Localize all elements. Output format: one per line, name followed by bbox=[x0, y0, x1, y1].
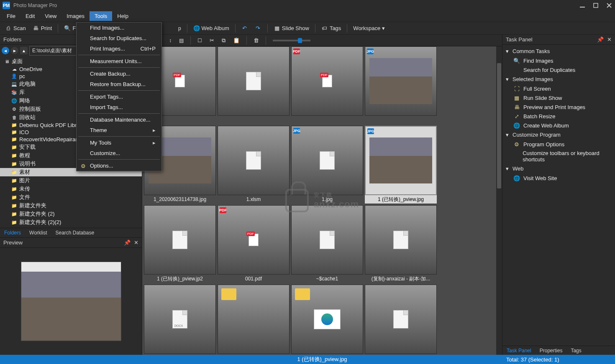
delete-button[interactable]: 🗑 bbox=[251, 36, 261, 44]
right-tab[interactable]: Task Panel bbox=[502, 346, 536, 355]
thumbnail[interactable]: DOCX(复制)-anxaizai - 副本-加... bbox=[144, 285, 216, 355]
menu-item[interactable]: Create Backup... bbox=[77, 69, 161, 79]
folder-icon: 📁 bbox=[11, 194, 18, 200]
thumbnail[interactable]: (复制)-anxaizai - 副本-加... bbox=[365, 205, 437, 283]
folder-icon: 📁 bbox=[11, 122, 18, 128]
tree-node[interactable]: 📁图片 bbox=[0, 176, 142, 185]
left-tab[interactable]: Folders bbox=[0, 228, 25, 237]
maximize-button[interactable] bbox=[592, 2, 599, 9]
thumbnail-grid: PDFPDFPDFPDFJPGJPG1_20200623114738.jpg1.… bbox=[142, 46, 502, 355]
thumbnail[interactable]: PDFPDF001.pdf bbox=[218, 205, 290, 283]
right-tab[interactable]: Properties bbox=[536, 346, 567, 355]
task-item[interactable]: 🌐Create Web Album bbox=[502, 121, 615, 130]
tags-button[interactable]: 🏷Tags bbox=[319, 24, 343, 33]
menu-item[interactable]: Export Tags... bbox=[77, 92, 161, 102]
tree-node[interactable]: 📁新建文件夹 (2) bbox=[0, 210, 142, 218]
left-tab[interactable]: Worklist bbox=[25, 228, 51, 237]
grid-scrollbar[interactable] bbox=[496, 46, 502, 355]
slideshow-button[interactable]: ▦Slide Show bbox=[271, 24, 312, 33]
nav-up-button[interactable]: ▲ bbox=[20, 47, 28, 54]
close-icon[interactable]: ✕ bbox=[607, 36, 612, 43]
thumbnail[interactable]: PDFPDF bbox=[291, 46, 363, 124]
paste-button[interactable]: 📋 bbox=[231, 36, 242, 44]
nav-fwd-button[interactable]: ► bbox=[11, 47, 18, 54]
task-group-header[interactable]: ▾Selected Images bbox=[502, 74, 615, 84]
nav-back-button[interactable]: ◄ bbox=[2, 47, 9, 54]
thumbnail[interactable] bbox=[218, 46, 290, 124]
thumbnail[interactable]: ANXAIZAI_013.PDF bbox=[365, 285, 437, 355]
folder-icon: 📁 bbox=[11, 153, 18, 158]
thumbnail-label bbox=[365, 116, 437, 124]
task-item[interactable]: ⚙Program Options bbox=[502, 140, 615, 149]
partial-button[interactable]: p bbox=[176, 25, 184, 32]
menu-edit[interactable]: Edit bbox=[20, 11, 40, 21]
status-totals: Total: 37 (Selected: 1) bbox=[502, 356, 615, 363]
rotate-left-button[interactable]: ↶ bbox=[239, 24, 251, 33]
thumbnail[interactable]: 压缩x2 bbox=[218, 285, 290, 355]
task-item[interactable]: Search for Duplicates bbox=[502, 65, 615, 74]
folder-icon: 🌐 bbox=[11, 98, 18, 104]
menu-item[interactable]: Database Maintenance... bbox=[77, 115, 161, 125]
copy-button[interactable]: ⧉ bbox=[219, 36, 228, 45]
right-tab[interactable]: Tags bbox=[566, 346, 585, 355]
folder-icon: 👤 bbox=[11, 74, 18, 79]
thumbnail[interactable]: JPG1.jpg bbox=[291, 126, 363, 204]
left-tab[interactable]: Search Database bbox=[51, 228, 98, 237]
menu-tools[interactable]: Tools bbox=[90, 11, 112, 21]
menu-help[interactable]: Help bbox=[112, 11, 133, 21]
menu-item[interactable]: Import Tags... bbox=[77, 102, 161, 112]
menu-file[interactable]: File bbox=[2, 11, 20, 21]
thumbnail[interactable]: JPG1 (已转换)_pview.jpg bbox=[365, 126, 437, 204]
menu-item[interactable]: Measurement Units... bbox=[77, 56, 161, 66]
thumbnail-label: ~$cache1 bbox=[291, 275, 363, 283]
tree-node[interactable]: 📁新建文件夹 bbox=[0, 201, 142, 210]
task-item[interactable]: 🌐Visit Web Site bbox=[502, 173, 615, 183]
preview-body bbox=[0, 248, 142, 355]
tree-node[interactable]: 📁新建文件夹 (2)(2) bbox=[0, 218, 142, 227]
thumbnail[interactable]: demo bbox=[291, 285, 363, 355]
menu-item[interactable]: ⚙Options... bbox=[77, 160, 161, 171]
status-filename: 1 (已转换)_pview.jpg bbox=[142, 356, 502, 363]
thumbnail[interactable]: 1 (已转换)_pview.jp2 bbox=[144, 205, 216, 283]
menu-item[interactable]: Theme▸ bbox=[77, 125, 161, 135]
tree-node[interactable]: 📁未传 bbox=[0, 185, 142, 193]
thumbnail[interactable]: 1.xlsm bbox=[218, 126, 290, 204]
thumbnail[interactable]: ~$cache1 bbox=[291, 205, 363, 283]
menu-view[interactable]: View bbox=[40, 11, 62, 21]
menu-item[interactable]: Search for Duplicates... bbox=[77, 33, 161, 43]
task-item[interactable]: Customize toolbars or keyboard shortcuts bbox=[502, 149, 615, 164]
select-button[interactable]: ☐ bbox=[195, 37, 205, 44]
menu-item[interactable]: Customize... bbox=[77, 148, 161, 158]
print-button[interactable]: 🖶Print bbox=[30, 24, 55, 33]
view-button[interactable]: ▤ bbox=[177, 37, 186, 44]
menu-item[interactable]: Restore from Backup... bbox=[77, 79, 161, 89]
task-item[interactable]: 🔍Find Images bbox=[502, 56, 615, 65]
task-group-header[interactable]: ▾Common Tasks bbox=[502, 46, 615, 56]
menu-item[interactable]: My Tools▸ bbox=[77, 137, 161, 148]
task-item[interactable]: ⤢Batch Resize bbox=[502, 112, 615, 121]
rotate-right-button[interactable]: ↷ bbox=[252, 24, 264, 33]
workspace-dropdown[interactable]: Workspace ▾ bbox=[351, 24, 387, 32]
thumbnail-label: demo bbox=[291, 354, 363, 355]
close-button[interactable] bbox=[606, 2, 612, 9]
menu-images[interactable]: Images bbox=[62, 11, 90, 21]
cut-button[interactable]: ✂ bbox=[207, 36, 217, 44]
sort-button[interactable]: ↕ bbox=[167, 37, 174, 44]
task-group-header[interactable]: ▾Web bbox=[502, 164, 615, 173]
zoom-slider[interactable] bbox=[273, 40, 310, 41]
menu-item[interactable]: Print Images...Ctrl+P bbox=[77, 43, 161, 54]
task-item[interactable]: ⛶Full Screen bbox=[502, 84, 615, 93]
menu-item[interactable]: Find Images... bbox=[77, 23, 161, 33]
task-group-header[interactable]: ▾Customize Program bbox=[502, 130, 615, 140]
folder-icon: 💻 bbox=[11, 81, 18, 87]
thumbnail[interactable]: JPG bbox=[365, 46, 437, 124]
pin-icon[interactable]: 📌 bbox=[597, 36, 604, 43]
pin-icon[interactable]: 📌 bbox=[124, 239, 131, 246]
tree-node[interactable]: 📁文件 bbox=[0, 193, 142, 201]
task-item[interactable]: 🖶Preview and Print Images bbox=[502, 102, 615, 112]
minimize-button[interactable] bbox=[579, 2, 586, 9]
scan-button[interactable]: ⎙Scan bbox=[3, 24, 28, 33]
close-icon[interactable]: ✕ bbox=[134, 239, 138, 246]
web-album-button[interactable]: 🌐Web Album bbox=[191, 24, 232, 33]
task-item[interactable]: ▦Run Slide Show bbox=[502, 93, 615, 102]
